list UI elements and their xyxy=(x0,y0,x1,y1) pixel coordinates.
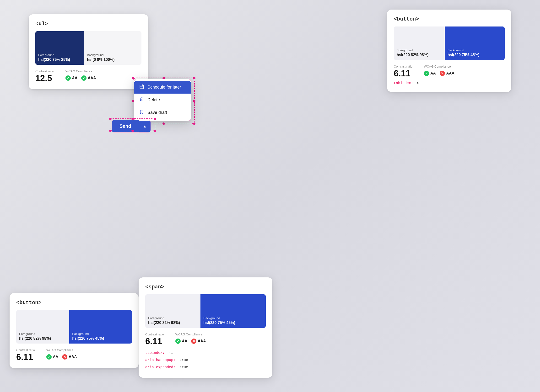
fg-label-span: Foreground xyxy=(148,316,198,320)
svg-rect-0 xyxy=(140,85,144,89)
bg-label-btn-top: Background xyxy=(448,48,502,52)
tabindex-row-btn-top: tabindex: 0 xyxy=(394,81,505,85)
tabindex-line-span: tabindex: -1 xyxy=(145,350,266,357)
color-swatches-span: Foreground hsl(220 82% 98%) Background h… xyxy=(145,294,266,328)
color-swatches-button-top: Foreground hsl(220 82% 98%) Background h… xyxy=(394,26,505,60)
contrast-label-span: Contrast ratio xyxy=(145,333,164,336)
dropdown-item-schedule[interactable]: Schedule for later xyxy=(134,81,191,94)
aria-haspopup-attr-name-span: aria-haspopup: xyxy=(145,358,175,362)
wcag-group-btn-bottom: WCAG Compliance ✓ AA ✕ AAA xyxy=(46,348,77,360)
card-ul: <ul> Foreground hsl(220 75% 25%) Backgro… xyxy=(29,14,148,89)
bg-label-ul: Background xyxy=(87,53,139,57)
contrast-label-btn-top: Contrast ratio xyxy=(394,65,412,68)
wcag-row-btn-top: ✓ AA ✕ AAA xyxy=(424,71,454,76)
foreground-swatch-btn-bottom: Foreground hsl(220 82% 98%) xyxy=(16,310,69,344)
card-button-bottom-meta: Contrast ratio 6.11 WCAG Compliance ✓ AA… xyxy=(16,348,132,361)
tabindex-attr-name-btn-top: tabindex: xyxy=(394,81,413,85)
aaa-badge-ul: ✓ AAA xyxy=(81,75,96,81)
wcag-group-ul: WCAG Compliance ✓ AA ✓ AAA xyxy=(65,69,96,81)
aaa-check-ul: ✓ xyxy=(81,75,86,81)
dropdown-menu: Schedule for later Delete Save draft xyxy=(134,79,191,121)
foreground-swatch-span: Foreground hsl(220 82% 98%) xyxy=(145,294,200,328)
aaa-badge-span: ✕ AAA xyxy=(191,339,206,344)
send-dot-bl xyxy=(109,130,112,132)
bg-value-span: hsl(220 75% 45%) xyxy=(203,321,263,325)
aaa-badge-btn-top: ✕ AAA xyxy=(440,71,454,76)
fg-label-btn-bottom: Foreground xyxy=(19,332,66,336)
trash-icon xyxy=(139,97,144,103)
aaa-check-btn-top: ✕ xyxy=(440,71,445,76)
fg-value-btn-top: hsl(220 82% 98%) xyxy=(397,53,442,57)
aria-haspopup-line-span: aria-haspopup: true xyxy=(145,357,266,364)
wcag-group-span: WCAG Compliance ✓ AA ✕ AAA xyxy=(175,333,206,344)
dot-mr xyxy=(193,100,195,102)
bg-value-btn-bottom: hsl(220 75% 45%) xyxy=(72,336,129,341)
aria-expanded-attr-value-span: true xyxy=(179,365,188,369)
contrast-group-ul: Contrast ratio 12.5 xyxy=(35,69,54,83)
send-dot-br xyxy=(154,130,156,132)
card-button-bottom-title: <button> xyxy=(16,300,132,306)
wcag-group-btn-top: WCAG Compliance ✓ AA ✕ AAA xyxy=(424,65,454,76)
bg-label-btn-bottom: Background xyxy=(72,332,129,336)
background-swatch-btn-bottom: Background hsl(220 75% 45%) xyxy=(69,310,132,344)
foreground-swatch-btn-top: Foreground hsl(220 82% 98%) xyxy=(394,26,445,60)
contrast-group-btn-top: Contrast ratio 6.11 xyxy=(394,65,412,78)
tabindex-attr-name-span: tabindex: xyxy=(145,351,165,355)
fg-value-ul: hsl(220 75% 25%) xyxy=(38,58,81,62)
card-button-top-title: <button> xyxy=(394,16,505,22)
contrast-value-btn-top: 6.11 xyxy=(394,69,412,78)
wcag-row-span: ✓ AA ✕ AAA xyxy=(175,339,206,344)
card-ul-title: <ul> xyxy=(35,21,141,27)
card-ul-meta: Contrast ratio 12.5 WCAG Compliance ✓ AA… xyxy=(35,69,141,83)
bg-value-ul: hsl(0 0% 100%) xyxy=(87,58,139,62)
background-swatch-btn-top: Background hsl(220 75% 45%) xyxy=(445,26,505,60)
tabindex-attr-value-btn-top: 0 xyxy=(417,81,419,85)
aa-badge-btn-top: ✓ AA xyxy=(424,71,436,76)
dropdown-item-save-draft[interactable]: Save draft xyxy=(134,106,191,119)
dot-bc xyxy=(162,122,165,125)
aria-haspopup-attr-value-span: true xyxy=(179,358,188,362)
dot-br xyxy=(193,122,195,125)
schedule-label: Schedule for later xyxy=(147,85,181,90)
send-dot-tl xyxy=(109,118,112,120)
save-draft-label: Save draft xyxy=(147,110,167,115)
fg-value-btn-bottom: hsl(220 82% 98%) xyxy=(19,336,66,341)
calendar-icon xyxy=(139,84,144,90)
background-swatch-ul: Background hsl(0 0% 100%) xyxy=(84,31,141,65)
aria-expanded-line-span: aria-expanded: true xyxy=(145,364,266,371)
send-chevron-button[interactable]: ▲ xyxy=(139,121,151,132)
wcag-label-ul: WCAG Compliance xyxy=(65,69,96,73)
send-button[interactable]: Send xyxy=(112,120,139,132)
card-span: <span> Foreground hsl(220 82% 98%) Backg… xyxy=(139,277,272,378)
card-span-title: <span> xyxy=(145,284,266,290)
aaa-badge-btn-bottom: ✕ AAA xyxy=(62,354,77,360)
dot-tr xyxy=(193,77,195,79)
fg-label-ul: Foreground xyxy=(38,53,81,57)
wcag-label-btn-top: WCAG Compliance xyxy=(424,65,454,68)
aaa-check-span: ✕ xyxy=(191,339,196,344)
contrast-label-ul: Contrast ratio xyxy=(35,69,54,73)
wcag-label-btn-bottom: WCAG Compliance xyxy=(46,348,77,352)
contrast-value-ul: 12.5 xyxy=(35,74,54,83)
wcag-row-btn-bottom: ✓ AA ✕ AAA xyxy=(46,354,77,360)
dropdown-item-delete[interactable]: Delete xyxy=(134,94,191,106)
contrast-value-span: 6.11 xyxy=(145,337,164,346)
aa-badge-btn-bottom: ✓ AA xyxy=(46,354,58,360)
contrast-group-btn-bottom: Contrast ratio 6.11 xyxy=(16,348,35,361)
tabindex-row-span: tabindex: -1 aria-haspopup: true aria-ex… xyxy=(145,350,266,371)
card-span-meta: Contrast ratio 6.11 WCAG Compliance ✓ AA… xyxy=(145,333,266,346)
card-button-top: <button> Foreground hsl(220 82% 98%) Bac… xyxy=(387,10,511,92)
aria-expanded-attr-name-span: aria-expanded: xyxy=(145,365,175,369)
aa-check-ul: ✓ xyxy=(65,75,71,81)
tabindex-attr-value-span: -1 xyxy=(169,351,173,355)
card-button-bottom: <button> Foreground hsl(220 82% 98%) Bac… xyxy=(10,293,139,368)
aaa-check-btn-bottom: ✕ xyxy=(62,354,67,360)
wcag-label-span: WCAG Compliance xyxy=(175,333,206,336)
aa-check-span: ✓ xyxy=(175,339,181,344)
bg-value-btn-top: hsl(220 75% 45%) xyxy=(448,53,502,57)
aa-check-btn-top: ✓ xyxy=(424,71,429,76)
aa-check-btn-bottom: ✓ xyxy=(46,354,52,360)
foreground-swatch-ul: Foreground hsl(220 75% 25%) xyxy=(35,31,84,65)
contrast-value-btn-bottom: 6.11 xyxy=(16,353,35,361)
aa-badge-span: ✓ AA xyxy=(175,339,187,344)
